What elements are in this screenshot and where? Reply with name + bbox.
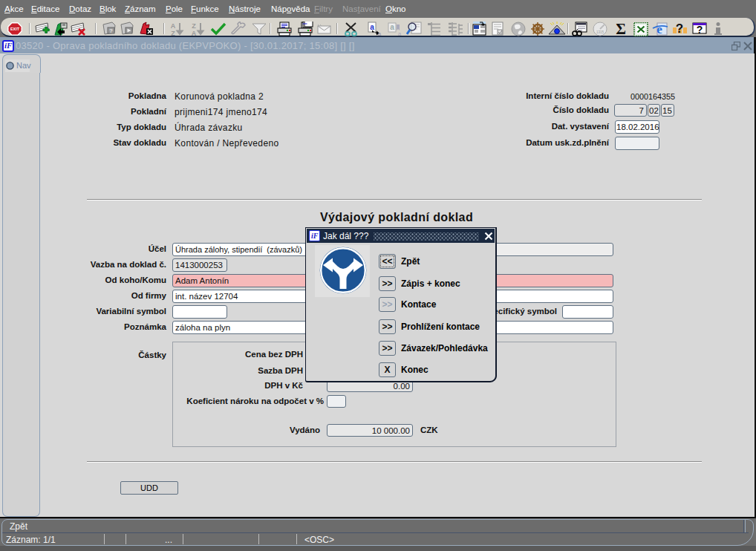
svg-text:A: A (171, 22, 176, 30)
svg-text:Σ: Σ (616, 22, 626, 36)
svg-text:EXIT: EXIT (10, 27, 20, 31)
svg-text:a: a (370, 23, 374, 31)
svg-text:A: A (192, 30, 197, 36)
svg-text:?: ? (109, 27, 113, 34)
svg-text:?: ? (697, 24, 703, 36)
svg-text:?: ? (676, 22, 683, 36)
svg-text:Z: Z (171, 30, 175, 36)
svg-text:a: a (390, 23, 394, 31)
svg-text:e: e (656, 22, 662, 36)
svg-text:a: a (398, 30, 402, 36)
svg-text:1315: 1315 (596, 30, 605, 34)
svg-text:Z: Z (192, 22, 196, 30)
svg-text:a: a (378, 30, 382, 36)
